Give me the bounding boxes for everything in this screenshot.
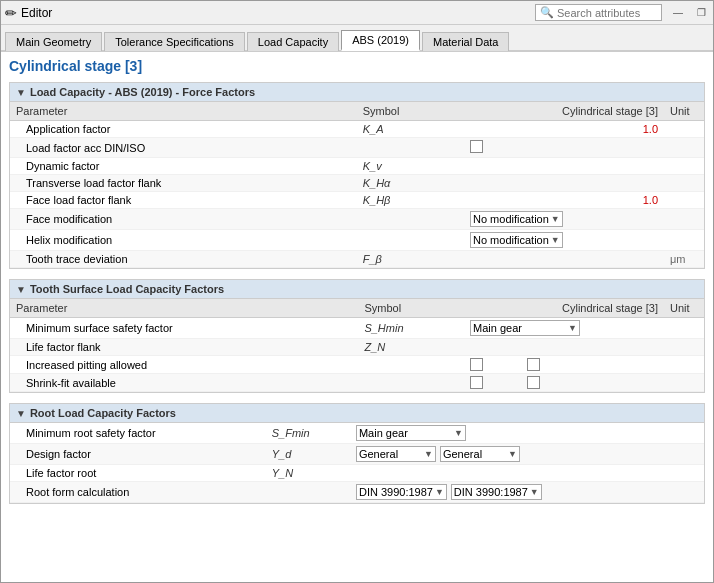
design-factor-dropdown-2[interactable]: General ▼: [440, 446, 520, 462]
search-input[interactable]: [557, 7, 657, 19]
table-row: Minimum surface safety factor S_Hmin Mai…: [10, 318, 704, 339]
symbol-cell: [266, 482, 350, 503]
unit-cell: μm: [664, 251, 704, 268]
dropdown-value: No modification: [473, 234, 549, 246]
unit-cell: [664, 158, 704, 175]
tab-tolerance[interactable]: Tolerance Specifications: [104, 32, 245, 51]
tab-load-capacity[interactable]: Load Capacity: [247, 32, 339, 51]
value-cell: Main gear ▼: [350, 423, 684, 444]
two-checkbox-group: [470, 358, 658, 371]
table-row: Dynamic factor K_v: [10, 158, 704, 175]
table-row: Transverse load factor flank K_Hα: [10, 175, 704, 192]
value-cell: [464, 356, 664, 374]
unit-cell: [684, 465, 704, 482]
root-form-dropdown-1[interactable]: DIN 3990:1987 ▼: [356, 484, 447, 500]
table-row: Shrink-fit available: [10, 374, 704, 392]
value-cell: No modification ▼: [464, 230, 664, 251]
col-symbol: Symbol: [358, 299, 464, 318]
two-dropdown-group: DIN 3990:1987 ▼ DIN 3990:1987 ▼: [356, 484, 678, 500]
section-tooth-surface: ▼ Tooth Surface Load Capacity Factors Pa…: [9, 279, 705, 393]
section-toggle-force[interactable]: ▼: [16, 87, 26, 98]
design-factor-dropdown-1[interactable]: General ▼: [356, 446, 436, 462]
table-row: Face load factor flank K_Hβ 1.0: [10, 192, 704, 209]
unit-cell: [664, 318, 704, 339]
value-cell: Main gear ▼: [464, 318, 664, 339]
value-cell: No modification ▼: [464, 209, 664, 230]
table-row: Application factor K_A 1.0: [10, 121, 704, 138]
dropdown-value: General: [443, 448, 482, 460]
search-box[interactable]: 🔍: [535, 4, 662, 21]
dropdown-value: DIN 3990:1987: [454, 486, 528, 498]
param-cell: Dynamic factor: [10, 158, 357, 175]
value-cell: General ▼ General ▼: [350, 444, 684, 465]
restore-button[interactable]: ❐: [694, 7, 709, 18]
unit-cell: [664, 374, 704, 392]
chevron-down-icon: ▼: [551, 214, 560, 224]
value-cell: [464, 374, 664, 392]
dropdown-value: DIN 3990:1987: [359, 486, 433, 498]
tooth-surface-table: Parameter Symbol Cylindrical stage [3] U…: [10, 299, 704, 392]
section-toggle-root[interactable]: ▼: [16, 408, 26, 419]
root-load-table: Minimum root safety factor S_Fmin Main g…: [10, 423, 704, 503]
section-toggle-tooth[interactable]: ▼: [16, 284, 26, 295]
editor-window: ✏ Editor 🔍 — ❐ Main Geometry Tolerance S…: [0, 0, 714, 583]
section-header-root: ▼ Root Load Capacity Factors: [10, 404, 704, 423]
root-form-dropdown-2[interactable]: DIN 3990:1987 ▼: [451, 484, 542, 500]
checkbox-1[interactable]: [470, 358, 483, 371]
table-row: Life factor root Y_N: [10, 465, 704, 482]
checkbox-1[interactable]: [470, 376, 483, 389]
section-header-force: ▼ Load Capacity - ABS (2019) - Force Fac…: [10, 83, 704, 102]
symbol-cell: [358, 374, 464, 392]
param-cell: Minimum surface safety factor: [10, 318, 358, 339]
symbol-cell: S_Fmin: [266, 423, 350, 444]
checkbox-2[interactable]: [527, 376, 540, 389]
helix-modification-dropdown[interactable]: No modification ▼: [470, 232, 563, 248]
section-load-capacity-force: ▼ Load Capacity - ABS (2019) - Force Fac…: [9, 82, 705, 269]
tab-material[interactable]: Material Data: [422, 32, 509, 51]
param-cell: Increased pitting allowed: [10, 356, 358, 374]
surface-safety-dropdown[interactable]: Main gear ▼: [470, 320, 580, 336]
value-cell: [464, 138, 664, 158]
unit-cell: [664, 209, 704, 230]
param-cell: Minimum root safety factor: [10, 423, 266, 444]
page-title: Cylindrical stage [3]: [9, 58, 705, 74]
unit-cell: [664, 175, 704, 192]
param-cell: Life factor flank: [10, 339, 358, 356]
symbol-cell: Y_N: [266, 465, 350, 482]
checkbox[interactable]: [470, 140, 483, 153]
symbol-cell: K_A: [357, 121, 464, 138]
param-cell: Application factor: [10, 121, 357, 138]
symbol-cell: [357, 138, 464, 158]
col-param: Parameter: [10, 102, 357, 121]
unit-cell: [664, 230, 704, 251]
minimize-button[interactable]: —: [670, 7, 686, 18]
dropdown-value: Main gear: [359, 427, 408, 439]
dropdown-value: Main gear: [473, 322, 522, 334]
chevron-down-icon: ▼: [530, 487, 539, 497]
checkbox-2[interactable]: [527, 358, 540, 371]
dropdown-value: No modification: [473, 213, 549, 225]
table-row: Life factor flank Z_N: [10, 339, 704, 356]
table-row: Root form calculation DIN 3990:1987 ▼ DI…: [10, 482, 704, 503]
title-bar-right: 🔍 — ❐: [535, 4, 709, 21]
root-safety-dropdown[interactable]: Main gear ▼: [356, 425, 466, 441]
param-cell: Helix modification: [10, 230, 357, 251]
content-area: Cylindrical stage [3] ▼ Load Capacity - …: [1, 52, 713, 582]
value-cell: [464, 251, 664, 268]
section-header-tooth: ▼ Tooth Surface Load Capacity Factors: [10, 280, 704, 299]
unit-cell: [684, 482, 704, 503]
value-cell: [464, 175, 664, 192]
face-modification-dropdown[interactable]: No modification ▼: [470, 211, 563, 227]
tab-main-geometry[interactable]: Main Geometry: [5, 32, 102, 51]
force-factors-table: Parameter Symbol Cylindrical stage [3] U…: [10, 102, 704, 268]
table-row: Design factor Y_d General ▼ General ▼: [10, 444, 704, 465]
symbol-cell: K_Hβ: [357, 192, 464, 209]
table-row: Helix modification No modification ▼: [10, 230, 704, 251]
two-checkbox-group: [470, 376, 658, 389]
unit-cell: [664, 138, 704, 158]
col-unit: Unit: [664, 102, 704, 121]
symbol-cell: [358, 356, 464, 374]
tab-abs[interactable]: ABS (2019): [341, 30, 420, 51]
chevron-down-icon: ▼: [551, 235, 560, 245]
value-cell: 1.0: [464, 192, 664, 209]
